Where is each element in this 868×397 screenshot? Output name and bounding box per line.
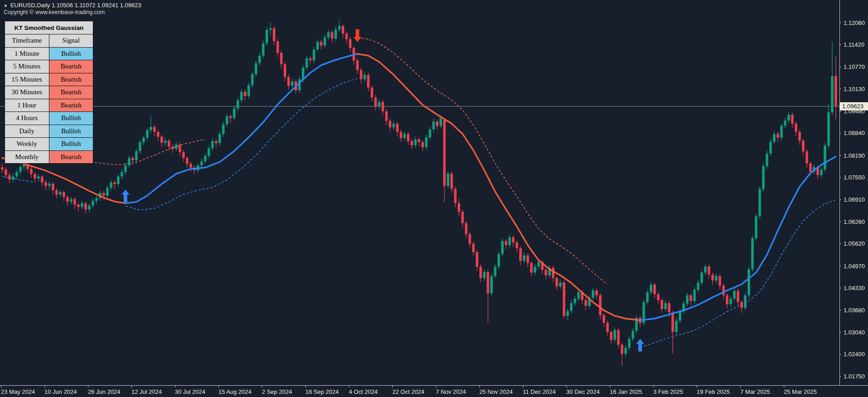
bear-candle-body — [798, 132, 801, 141]
gaussian-ma-line — [2, 54, 836, 320]
timeframe-cell: 5 Minutes — [5, 60, 49, 73]
bear-candle-body — [711, 275, 714, 281]
date-tick-label: 4 Oct 2024 — [349, 388, 378, 395]
symbol-dropdown-caret[interactable]: ▼ — [4, 4, 8, 8]
bear-candle-body — [102, 193, 105, 196]
bull-candle-body — [574, 299, 576, 303]
bear-candle-body — [617, 330, 620, 345]
date-tick-label: 16 Jan 2025 — [610, 388, 642, 395]
bear-candle-body — [621, 345, 623, 354]
price-tick-label: 1.11420 — [844, 41, 864, 48]
bull-candle-body — [226, 116, 228, 124]
signal-cell: Bearish — [49, 73, 93, 86]
bear-candle-body — [516, 242, 518, 248]
bear-candle-body — [545, 270, 547, 275]
bull-candle-body — [262, 43, 265, 55]
signal-cell: Bearish — [49, 60, 93, 73]
bull-candle-body — [251, 74, 254, 85]
bear-candle-body — [421, 142, 424, 147]
bear-candle-body — [465, 223, 468, 234]
bear-candle-body — [418, 140, 420, 142]
bear-candle-body — [443, 120, 446, 186]
bull-candle-body — [128, 158, 130, 165]
bear-candle-body — [668, 303, 670, 312]
bull-candle-body — [592, 290, 594, 298]
price-tick-label: 1.02400 — [844, 351, 865, 358]
signal-cell: Bearish — [49, 86, 93, 99]
bull-candle-body — [733, 291, 736, 299]
bull-candle-body — [570, 303, 573, 311]
bear-candle-body — [186, 158, 188, 164]
price-tick-label: 1.04330 — [844, 285, 865, 291]
price-tick-label: 1.12060 — [844, 19, 865, 26]
bull-candle-body — [537, 262, 540, 267]
date-tick-label: 30 Dec 2024 — [566, 388, 600, 395]
date-tick-label: 26 Jun 2024 — [88, 388, 121, 395]
chart-title-bar: ▼EURUSD,Daily 1.10506 1.11072 1.09241 1.… — [4, 2, 141, 10]
col-header-signal: Signal — [49, 34, 93, 48]
bull-candle-body — [820, 169, 823, 175]
timeframe-cell: Weekly — [5, 138, 49, 151]
bear-candle-body — [273, 28, 275, 41]
bull-candle-body — [773, 134, 776, 141]
bull-candle-body — [697, 282, 699, 290]
dashed-bull-line — [640, 200, 836, 347]
bear-candle-body — [320, 42, 323, 45]
bull-candle-body — [559, 282, 562, 286]
bull-candle-body — [744, 295, 747, 308]
bear-candle-body — [472, 244, 475, 252]
bull-candle-body — [88, 206, 91, 209]
bear-candle-body — [345, 34, 348, 39]
signal-row: 1 HourBearish — [5, 99, 93, 112]
bull-candle-body — [675, 321, 678, 332]
bull-candle-body — [255, 63, 257, 74]
bear-candle-body — [287, 77, 290, 86]
timeframe-cell: Monthly — [5, 150, 49, 164]
timeframe-cell: Daily — [5, 125, 49, 138]
bull-candle-body — [632, 331, 634, 339]
bear-candle-body — [505, 241, 507, 245]
bear-candle-body — [309, 58, 312, 61]
bear-candle-body — [461, 212, 464, 223]
bull-candle-body — [624, 348, 627, 354]
date-tick-label: 25 Mar 2025 — [784, 388, 817, 395]
bear-candle-body — [41, 176, 43, 182]
date-tick-label: 11 Dec 2024 — [523, 388, 556, 395]
timeframe-cell: 1 Hour — [5, 99, 49, 112]
bull-candle-body — [831, 76, 834, 112]
price-axis[interactable]: 1.120601.114201.107701.101301.094801.088… — [839, 0, 868, 385]
bull-candle-body — [164, 141, 167, 143]
bear-candle-body — [512, 237, 515, 242]
bull-candle-body — [429, 130, 431, 137]
bear-candle-body — [555, 278, 558, 286]
bear-candle-body — [671, 312, 674, 332]
price-tick-label: 1.01750 — [844, 373, 865, 380]
bear-candle-body — [834, 76, 837, 107]
bear-candle-body — [519, 248, 522, 261]
bull-candle-body — [207, 148, 210, 156]
bull-candle-body — [700, 272, 703, 282]
bull-candle-body — [37, 176, 40, 179]
bull-candle-body — [305, 58, 308, 68]
chart-canvas[interactable]: 1.120601.114201.107701.101301.094801.088… — [0, 0, 868, 397]
bear-candle-body — [244, 92, 246, 96]
bullish-up-arrow-icon — [636, 339, 644, 352]
bull-candle-body — [327, 32, 330, 37]
bull-candle-body — [218, 134, 221, 143]
price-tick-label: 1.03680 — [844, 307, 865, 314]
bull-candle-body — [704, 266, 707, 273]
bull-candle-body — [508, 237, 511, 245]
bear-candle-body — [476, 252, 478, 267]
timeframe-cell: 30 Minutes — [5, 86, 49, 99]
timeframe-cell: 4 Hours — [5, 112, 49, 125]
time-axis[interactable]: 23 May 202410 Jun 202426 Jun 202412 Jul … — [0, 385, 868, 395]
bear-candle-body — [410, 141, 413, 145]
bull-candle-body — [751, 238, 754, 269]
date-tick-label: 30 Jul 2024 — [175, 388, 205, 395]
ma-segment-bull — [125, 54, 357, 203]
bear-candle-body — [55, 190, 58, 195]
bull-candle-body — [425, 137, 428, 147]
signal-row: 4 HoursBullish — [5, 112, 93, 125]
bear-candle-body — [719, 276, 721, 286]
bull-candle-body — [258, 56, 261, 63]
